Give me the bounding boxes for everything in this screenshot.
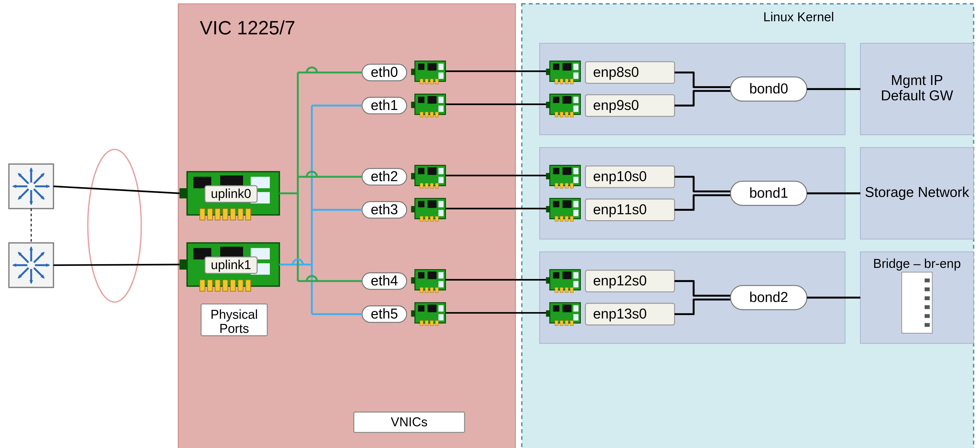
svg-rect-54	[200, 280, 205, 291]
svg-rect-132	[420, 321, 423, 326]
vnic-eth1: eth1	[362, 97, 407, 114]
svg-rect-139	[553, 64, 559, 70]
svg-rect-206	[546, 310, 550, 317]
svg-rect-144	[560, 79, 563, 84]
svg-rect-154	[555, 112, 558, 117]
out-box-line-0-1: Default GW	[881, 88, 953, 103]
svg-rect-68	[418, 64, 425, 70]
iface-enp11s0: enp11s0	[593, 202, 647, 217]
svg-rect-174	[553, 201, 559, 207]
bond-bond0: bond0	[730, 77, 807, 101]
vnic-eth2: eth2	[362, 168, 407, 185]
svg-rect-215	[924, 314, 930, 318]
svg-rect-124	[411, 277, 415, 284]
bond-bond2: bond2	[730, 285, 807, 310]
svg-rect-136	[411, 310, 415, 317]
svg-rect-75	[435, 79, 438, 84]
svg-rect-191	[555, 288, 558, 292]
svg-rect-94	[438, 168, 444, 174]
svg-rect-58	[231, 280, 235, 291]
svg-rect-81	[428, 96, 436, 104]
nic-icon	[411, 199, 445, 221]
svg-rect-170	[570, 183, 573, 188]
svg-rect-152	[573, 97, 579, 103]
svg-rect-167	[555, 183, 558, 188]
svg-rect-169	[565, 183, 568, 188]
svg-rect-216	[924, 323, 930, 327]
svg-rect-42	[223, 208, 228, 220]
svg-rect-203	[560, 321, 563, 326]
svg-rect-147	[546, 69, 550, 75]
svg-rect-40	[207, 208, 213, 220]
svg-rect-82	[438, 97, 444, 103]
svg-rect-87	[435, 112, 438, 117]
iface-enp12s0: enp12s0	[593, 273, 647, 288]
svg-rect-204	[565, 321, 568, 326]
physical-ports-label: Physical	[210, 307, 258, 321]
svg-rect-153	[573, 105, 579, 112]
out-box-line-1-0: Storage Network	[865, 184, 969, 200]
svg-rect-193	[565, 288, 568, 292]
svg-rect-130	[438, 305, 444, 311]
nic-icon	[546, 199, 581, 221]
svg-rect-194	[570, 288, 573, 292]
svg-rect-107	[438, 210, 444, 216]
nic-icon	[546, 94, 581, 117]
nic-icon	[411, 61, 445, 84]
svg-rect-118	[438, 272, 444, 278]
svg-rect-198	[553, 305, 559, 311]
svg-rect-171	[546, 173, 550, 180]
svg-rect-214	[924, 305, 930, 309]
svg-rect-143	[555, 79, 558, 84]
kernel-title: Linux Kernel	[764, 10, 834, 24]
iface-enp10s0: enp10s0	[593, 168, 647, 184]
svg-rect-97	[425, 183, 428, 188]
svg-rect-61	[180, 259, 187, 270]
uplink1-nic: uplink1	[180, 243, 280, 291]
svg-text:eth0: eth0	[371, 64, 398, 80]
vnic-eth0: eth0	[362, 64, 407, 81]
svg-rect-117	[428, 272, 436, 279]
nic-icon	[411, 165, 445, 188]
svg-rect-142	[573, 72, 579, 79]
svg-text:bond1: bond1	[749, 185, 788, 201]
svg-rect-179	[560, 216, 563, 221]
svg-rect-178	[555, 216, 558, 221]
svg-rect-201	[573, 314, 579, 321]
svg-rect-92	[418, 168, 425, 174]
svg-rect-188	[563, 272, 571, 279]
nic-icon	[411, 94, 445, 117]
bond-bond1: bond1	[730, 181, 807, 205]
svg-rect-105	[428, 200, 436, 208]
svg-rect-44	[238, 208, 243, 220]
svg-rect-109	[425, 216, 428, 221]
vnics-label: VNICs	[391, 415, 428, 429]
svg-rect-158	[546, 102, 550, 108]
svg-rect-202	[555, 321, 558, 326]
svg-rect-95	[438, 177, 444, 183]
nic-icon	[411, 303, 445, 326]
svg-rect-70	[438, 64, 444, 70]
svg-rect-74	[430, 79, 433, 84]
svg-rect-182	[546, 206, 550, 213]
iface-enp8s0: enp8s0	[593, 64, 639, 80]
switch-icon	[9, 164, 53, 208]
svg-text:eth1: eth1	[371, 97, 398, 113]
vnic-eth5: eth5	[362, 306, 407, 322]
svg-rect-150	[553, 97, 559, 103]
svg-rect-120	[420, 288, 423, 292]
svg-rect-41	[215, 208, 220, 220]
nic-icon	[546, 165, 581, 188]
out-box-title-2: Bridge – br-enp	[873, 256, 961, 270]
svg-rect-110	[430, 216, 433, 221]
svg-rect-98	[430, 183, 433, 188]
svg-rect-100	[411, 173, 415, 180]
svg-rect-146	[570, 79, 573, 84]
svg-rect-96	[420, 183, 423, 188]
svg-text:eth2: eth2	[371, 168, 398, 184]
svg-rect-69	[428, 63, 436, 71]
svg-rect-80	[418, 97, 425, 103]
svg-rect-84	[420, 112, 423, 117]
switch-icon	[9, 243, 53, 288]
svg-text:eth3: eth3	[371, 202, 398, 217]
